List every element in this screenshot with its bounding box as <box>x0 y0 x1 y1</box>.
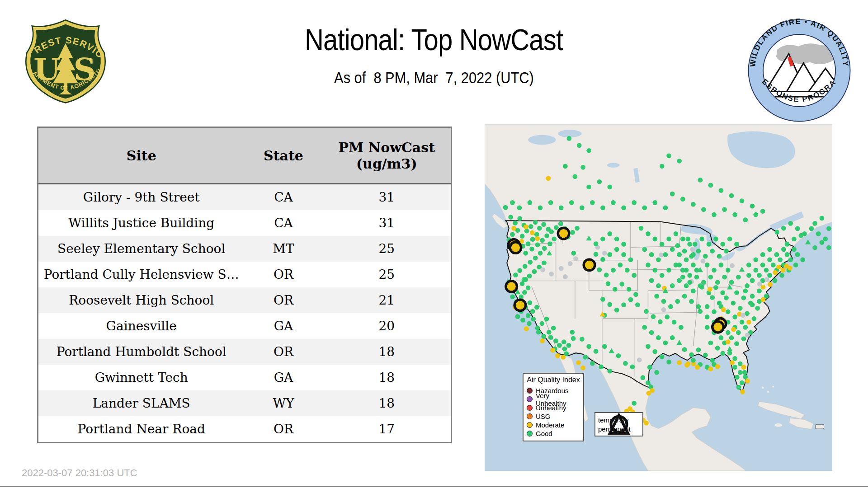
monitor-marker[interactable] <box>510 200 515 205</box>
monitor-marker[interactable] <box>680 237 685 242</box>
monitor-marker[interactable] <box>536 330 541 335</box>
monitor-marker[interactable] <box>580 165 585 170</box>
monitor-marker[interactable] <box>570 230 575 235</box>
monitor-marker[interactable] <box>767 273 772 278</box>
monitor-marker[interactable] <box>562 347 567 352</box>
monitor-marker[interactable] <box>743 375 748 380</box>
monitor-marker[interactable] <box>600 205 605 210</box>
monitor-marker[interactable] <box>726 268 731 273</box>
monitor-marker[interactable] <box>590 200 595 205</box>
monitor-marker[interactable] <box>699 237 704 242</box>
monitor-marker[interactable] <box>583 355 588 360</box>
monitor-marker[interactable] <box>670 192 675 197</box>
monitor-marker[interactable] <box>745 379 750 384</box>
monitor-marker[interactable] <box>540 321 545 326</box>
monitor-marker[interactable] <box>571 251 576 256</box>
monitor-marker[interactable] <box>738 370 743 375</box>
monitor-marker[interactable] <box>663 205 668 210</box>
monitor-marker[interactable] <box>531 317 536 322</box>
monitor-marker[interactable] <box>520 281 525 286</box>
monitor-marker[interactable] <box>642 325 647 330</box>
monitor-marker[interactable] <box>535 243 540 248</box>
monitor-marker[interactable] <box>823 237 828 242</box>
monitor-marker[interactable] <box>607 302 612 307</box>
monitor-marker[interactable] <box>705 314 710 319</box>
monitor-marker[interactable] <box>675 243 680 248</box>
monitor-marker[interactable] <box>546 176 551 181</box>
monitor-marker[interactable] <box>812 221 817 226</box>
monitor-marker[interactable] <box>729 280 734 285</box>
monitor-marker[interactable] <box>740 320 745 325</box>
monitor-marker[interactable] <box>524 225 528 230</box>
monitor-marker[interactable] <box>729 335 734 340</box>
monitor-marker[interactable] <box>534 232 539 237</box>
monitor-marker[interactable] <box>604 272 609 277</box>
monitor-marker[interactable] <box>652 237 657 242</box>
monitor-marker[interactable] <box>619 282 624 286</box>
monitor-marker[interactable] <box>734 290 739 295</box>
monitor-marker[interactable] <box>668 304 673 309</box>
monitor-marker[interactable] <box>741 296 746 300</box>
top-site-marker[interactable] <box>506 281 517 292</box>
monitor-marker[interactable] <box>602 251 607 256</box>
monitor-marker[interactable] <box>693 242 698 247</box>
monitor-marker[interactable] <box>750 302 755 307</box>
monitor-marker[interactable] <box>526 241 531 246</box>
monitor-marker[interactable] <box>798 233 803 238</box>
monitor-marker[interactable] <box>540 267 545 272</box>
monitor-marker[interactable] <box>559 266 564 271</box>
monitor-marker[interactable] <box>707 242 712 247</box>
monitor-marker[interactable] <box>549 229 554 234</box>
monitor-marker[interactable] <box>594 252 599 257</box>
monitor-marker[interactable] <box>701 280 706 285</box>
monitor-marker[interactable] <box>625 268 630 273</box>
monitor-marker[interactable] <box>649 252 654 257</box>
monitor-marker[interactable] <box>675 299 680 304</box>
monitor-marker[interactable] <box>550 348 555 353</box>
monitor-marker[interactable] <box>666 268 671 273</box>
monitor-marker[interactable] <box>677 159 682 164</box>
monitor-marker[interactable] <box>646 263 651 267</box>
monitor-marker[interactable] <box>654 294 659 299</box>
monitor-marker[interactable] <box>753 258 758 263</box>
monitor-marker[interactable] <box>720 242 725 247</box>
monitor-marker[interactable] <box>708 183 713 188</box>
monitor-marker[interactable] <box>729 193 734 198</box>
monitor-marker[interactable] <box>621 205 626 210</box>
monitor-marker[interactable] <box>649 278 654 283</box>
monitor-marker[interactable] <box>644 309 649 314</box>
monitor-marker[interactable] <box>788 266 793 271</box>
monitor-marker[interactable] <box>773 270 778 275</box>
monitor-marker[interactable] <box>577 143 582 148</box>
monitor-marker[interactable] <box>573 256 578 261</box>
monitor-marker[interactable] <box>529 247 534 252</box>
monitor-marker[interactable] <box>663 252 668 257</box>
monitor-marker[interactable] <box>541 222 546 227</box>
monitor-marker[interactable] <box>547 241 552 246</box>
monitor-marker[interactable] <box>542 246 547 251</box>
monitor-marker[interactable] <box>732 356 737 361</box>
monitor-marker[interactable] <box>607 369 612 374</box>
monitor-marker[interactable] <box>614 308 619 313</box>
monitor-marker[interactable] <box>674 231 679 236</box>
monitor-marker[interactable] <box>551 326 556 331</box>
monitor-marker[interactable] <box>717 300 722 305</box>
monitor-marker[interactable] <box>623 361 628 366</box>
monitor-marker[interactable] <box>628 297 633 302</box>
monitor-marker[interactable] <box>642 205 647 210</box>
monitor-marker[interactable] <box>670 335 675 340</box>
monitor-marker[interactable] <box>780 268 785 273</box>
monitor-marker[interactable] <box>641 375 646 380</box>
monitor-marker[interactable] <box>708 287 712 292</box>
monitor-marker[interactable] <box>544 234 549 239</box>
monitor-marker[interactable] <box>660 354 665 359</box>
monitor-marker[interactable] <box>743 325 748 330</box>
monitor-marker[interactable] <box>561 339 566 344</box>
monitor-marker[interactable] <box>746 263 751 267</box>
monitor-marker[interactable] <box>600 257 605 262</box>
monitor-marker[interactable] <box>684 268 689 273</box>
monitor-marker[interactable] <box>646 344 651 349</box>
monitor-marker[interactable] <box>658 319 663 324</box>
monitor-marker[interactable] <box>635 302 640 307</box>
monitor-marker[interactable] <box>742 370 747 375</box>
